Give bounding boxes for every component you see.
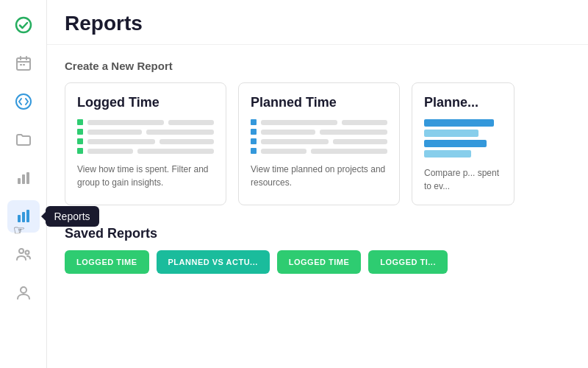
planned-vs-actual-card[interactable]: Planne... Compare p... spent to ev... [412, 82, 514, 205]
bar-chart-small-icon [15, 169, 32, 187]
svg-rect-8 [18, 215, 21, 222]
sidebar-item-person[interactable] [7, 277, 40, 309]
saved-btn-planned-vs-actu[interactable]: PLANNED VS ACTU... [157, 250, 270, 274]
svg-rect-7 [26, 172, 29, 184]
planned-time-card-desc: View time planned on projects and resour… [251, 163, 387, 189]
planned-time-card-title: Planned Time [251, 95, 387, 110]
planned-vs-actual-preview [424, 119, 502, 158]
cursor-icon: ☞ [13, 222, 25, 238]
double-arrow-icon [15, 93, 32, 110]
logged-time-preview [77, 119, 214, 154]
calendar-icon [15, 54, 32, 72]
svg-point-11 [19, 249, 24, 253]
page-title: Reports [65, 12, 570, 35]
team-icon [15, 246, 32, 263]
svg-point-12 [25, 251, 29, 255]
person-icon [15, 284, 32, 302]
planned-time-preview [251, 119, 387, 154]
logged-time-card-title: Logged Time [77, 95, 214, 110]
sidebar-item-calendar[interactable] [7, 47, 40, 79]
sidebar-item-folder[interactable] [7, 124, 40, 156]
sidebar-item-team[interactable] [7, 238, 40, 271]
sidebar-item-bar-chart-small[interactable] [7, 162, 40, 194]
folder-icon [15, 131, 32, 149]
saved-section: Saved Reports LOGGED TIME PLANNED VS ACT… [65, 226, 570, 274]
svg-rect-6 [22, 174, 25, 184]
check-circle-icon [15, 16, 32, 34]
content-area: Create a New Report Logged Time View how… [47, 45, 588, 368]
sidebar: Reports ☞ [0, 0, 47, 368]
cards-row: Logged Time View how time is spent. Filt… [65, 82, 570, 205]
sidebar-item-check[interactable] [7, 9, 40, 41]
svg-rect-5 [18, 178, 21, 184]
create-section-title: Create a New Report [65, 60, 570, 72]
saved-btn-logged-time-2[interactable]: LOGGED TIME [277, 250, 362, 274]
saved-buttons-row: LOGGED TIME PLANNED VS ACTU... LOGGED TI… [65, 250, 570, 274]
svg-rect-3 [23, 64, 25, 66]
sidebar-item-arrows[interactable] [7, 85, 40, 118]
saved-section-title: Saved Reports [65, 226, 570, 241]
planned-vs-actual-card-desc: Compare p... spent to ev... [424, 166, 502, 193]
svg-point-13 [21, 287, 26, 293]
create-section: Create a New Report Logged Time View how… [65, 60, 570, 205]
sidebar-item-reports[interactable]: Reports ☞ [7, 200, 40, 233]
planned-time-card[interactable]: Planned Time View time planned on projec… [238, 82, 400, 205]
svg-rect-2 [20, 64, 22, 66]
svg-point-0 [16, 18, 31, 32]
saved-btn-logged-time-1[interactable]: LOGGED TIME [65, 250, 149, 274]
page-header: Reports [47, 0, 588, 45]
svg-rect-10 [26, 210, 29, 222]
reports-tooltip: Reports [46, 206, 99, 227]
planned-vs-actual-card-title: Planne... [424, 95, 502, 110]
logged-time-card-desc: View how time is spent. Filter and group… [77, 163, 214, 189]
saved-btn-logged-time-3[interactable]: LOGGED TI... [368, 250, 448, 274]
main-content: Reports Create a New Report Logged Time … [47, 0, 588, 368]
svg-rect-9 [22, 212, 25, 222]
logged-time-card[interactable]: Logged Time View how time is spent. Filt… [65, 82, 226, 205]
